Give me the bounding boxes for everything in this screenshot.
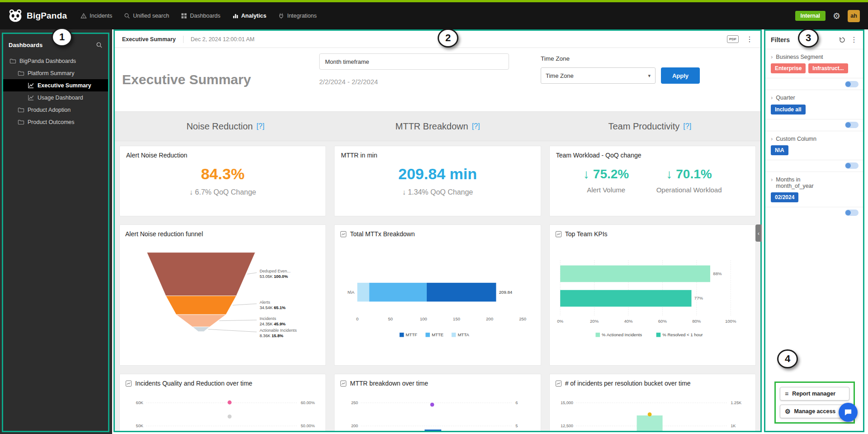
top-team-kpis-chart[interactable]: 0%20%40%60%80%100%88%77%% Actioned Incid…: [555, 238, 750, 359]
chart-icon: [125, 380, 132, 387]
help-icon[interactable]: [?]: [472, 122, 480, 130]
apply-button[interactable]: Apply: [661, 67, 700, 84]
brand[interactable]: BigPanda: [8, 9, 67, 23]
reset-filters-icon[interactable]: [839, 36, 846, 43]
top-nav: Incidents Unified search Dashboards Anal…: [80, 13, 316, 19]
filter-tag[interactable]: Include all: [771, 105, 806, 114]
filters-title: Filters: [771, 36, 790, 43]
help-icon[interactable]: [?]: [256, 122, 264, 130]
nav-integrations[interactable]: Integrations: [278, 13, 316, 19]
svg-text:40%: 40%: [624, 319, 633, 324]
timeframe-input[interactable]: [319, 53, 509, 70]
svg-text:60%: 60%: [658, 319, 667, 324]
nav-unified-search[interactable]: Unified search: [124, 13, 169, 19]
incidents-quality-chart[interactable]: 60K60.00%50K50.00%: [125, 388, 320, 431]
settings-gear-icon[interactable]: ⚙: [833, 11, 840, 21]
mttr-over-time-chart[interactable]: 25062005: [340, 388, 535, 431]
svg-text:MTTE: MTTE: [432, 332, 443, 337]
button-label: Report manager: [792, 391, 835, 397]
incidents-warning-icon: [80, 13, 87, 19]
svg-text:5: 5: [516, 424, 518, 428]
svg-text:20%: 20%: [590, 319, 599, 324]
alert-noise-funnel-chart[interactable]: Deduped Even...53.05K 100.0%Alerts34.54K…: [125, 238, 320, 359]
stat-label: Alert Volume: [583, 186, 629, 194]
tree-item-product-adoption[interactable]: Product Adoption: [3, 104, 108, 116]
chart-title: Total MTTx Breakdown: [350, 230, 415, 238]
svg-text:53.05K 100.0%: 53.05K 100.0%: [259, 274, 288, 279]
filter-toggle[interactable]: [845, 81, 859, 87]
nav-incidents[interactable]: Incidents: [80, 13, 112, 19]
nav-analytics[interactable]: Analytics: [232, 13, 267, 19]
resolution-buckets-chart[interactable]: 15,0001.25K12,5001K: [555, 388, 750, 431]
tree-item-platform-summary[interactable]: Platform Summary: [3, 67, 108, 79]
section-team-productivity: Team Productivity [?]: [544, 112, 756, 141]
svg-text:0%: 0%: [557, 319, 563, 324]
nav-dashboards[interactable]: Dashboards: [181, 13, 220, 19]
callout-2: 2: [438, 29, 458, 48]
top-nav-bar: BigPanda Incidents Unified search Dashbo…: [0, 2, 868, 29]
svg-text:15,000: 15,000: [561, 401, 573, 405]
stat-label: Operational Workload: [656, 186, 722, 194]
funnel-chart-card: Alert Noise reduction funnel Deduped Eve…: [119, 224, 326, 366]
filter-toggle[interactable]: [845, 210, 859, 216]
dashboard-chart-icon: [28, 82, 34, 89]
mttx-breakdown-chart[interactable]: N\A209.84050100150200250MTTFMTTEMTTA: [340, 238, 535, 359]
tree-item-label: Executive Summary: [38, 82, 91, 89]
svg-text:Alerts: Alerts: [259, 300, 270, 305]
filter-toggle[interactable]: [845, 162, 859, 169]
sidebar-search-icon[interactable]: [96, 42, 103, 48]
date-range-text: 2/2/2024 - 2/2/2024: [319, 78, 509, 86]
filter-group-title: Quarter: [776, 95, 795, 101]
dashboard-main-panel: Executive Summary Dec 2, 2024 12:00:01 A…: [113, 29, 762, 432]
svg-text:% Actioned Incidents: % Actioned Incidents: [602, 332, 642, 337]
filter-tag[interactable]: Enterprise: [771, 63, 806, 73]
tree-item-product-outcomes[interactable]: Product Outcomes: [3, 116, 108, 128]
gear-icon: ⚙: [785, 408, 791, 415]
filter-tag[interactable]: Infrastruct...: [808, 63, 848, 73]
report-manager-button[interactable]: ≡ Report manager: [780, 387, 849, 401]
filter-group-quarter: › Quarter Include all: [765, 90, 863, 130]
filters-menu-icon[interactable]: ⋮: [850, 36, 858, 43]
filter-toggle[interactable]: [845, 122, 859, 128]
filters-panel: Filters ⋮ › Business Segment Enterprise …: [764, 29, 864, 432]
tree-item-bigpanda-dashboards[interactable]: BigPanda Dashboards: [3, 55, 108, 67]
timezone-label: Time Zone: [541, 55, 700, 62]
help-icon[interactable]: [?]: [683, 122, 691, 130]
svg-text:250: 250: [351, 401, 358, 405]
dashboard-menu-icon[interactable]: ⋮: [746, 36, 753, 43]
mttr-over-time-chart-card: MTTR breakdown over time 25062005: [334, 374, 541, 431]
filter-group-header[interactable]: › Quarter: [765, 90, 863, 104]
chevron-left-icon: ‹: [758, 230, 760, 237]
tree-item-executive-summary[interactable]: Executive Summary: [3, 79, 108, 91]
dashboard-tree: BigPanda Dashboards Platform Summary Exe…: [3, 55, 108, 128]
user-avatar[interactable]: ah: [848, 10, 860, 22]
folder-icon: [18, 106, 24, 113]
kpi-change: ↓ 1.34% QoQ Change: [341, 188, 534, 196]
filter-group-header[interactable]: › Custom Column: [765, 131, 863, 145]
section-title: Team Productivity: [609, 121, 680, 132]
filter-tag[interactable]: N\A: [771, 145, 788, 155]
filter-group-header[interactable]: › Months in month_of_year: [765, 172, 833, 192]
search-icon: [124, 13, 130, 19]
filter-tag[interactable]: 02/2024: [771, 192, 798, 202]
app-root: BigPanda Incidents Unified search Dashbo…: [0, 0, 868, 434]
export-pdf-icon[interactable]: PDF: [727, 35, 739, 43]
timezone-select[interactable]: Time Zone ▾: [541, 67, 656, 84]
callout-3: 3: [798, 29, 819, 48]
dashboard-timestamp: Dec 2, 2024 12:00:01 AM: [191, 36, 255, 43]
collapse-filters-handle[interactable]: ‹: [755, 224, 762, 242]
topbar-right: Internal ⚙ ah: [795, 10, 860, 22]
workload-stat-operational: ↓ 70.1% Operational Workload: [656, 167, 722, 194]
sidebar-title: Dashboards: [9, 42, 42, 48]
filter-group-header[interactable]: › Business Segment: [765, 49, 863, 63]
svg-text:1.25K: 1.25K: [731, 401, 742, 405]
chat-button[interactable]: [839, 403, 858, 422]
tree-item-usage-dashboard[interactable]: Usage Dashboard: [3, 91, 108, 104]
chart-title: Alert Noise reduction funnel: [125, 230, 203, 238]
chart-icon: [555, 231, 562, 238]
svg-text:Incidents: Incidents: [259, 316, 276, 321]
chart-icon: [340, 231, 347, 238]
stat-value: ↓ 75.2%: [583, 167, 629, 181]
timezone-control: Time Zone Time Zone ▾ Apply: [541, 48, 700, 111]
folder-icon: [18, 70, 24, 76]
